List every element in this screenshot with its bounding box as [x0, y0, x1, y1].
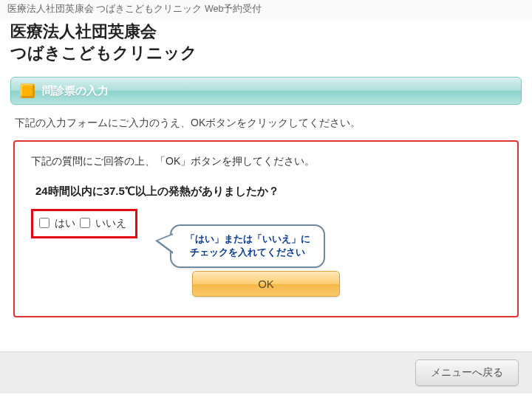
- hint-bubble: 「はい」または「いいえ」に チェックを入れてください: [170, 224, 325, 267]
- org-name: 医療法人社団英康会: [10, 21, 523, 43]
- hint-bubble-body: 「はい」または「いいえ」に チェックを入れてください: [170, 224, 325, 267]
- answer-no-text: いいえ: [95, 217, 126, 229]
- question-text: 24時間以内に37.5℃以上の発熱がありましたか？: [35, 185, 501, 199]
- ok-button[interactable]: OK: [192, 271, 340, 297]
- footer-bar: メニューへ戻る: [0, 351, 532, 393]
- back-to-menu-button[interactable]: メニューへ戻る: [415, 359, 519, 386]
- panel-instruction: 下記の質問にご回答の上、「OK」ボタンを押してください。: [31, 155, 501, 168]
- section-title-bar: 問診票の入力: [10, 77, 522, 105]
- answer-no-checkbox[interactable]: [80, 218, 90, 228]
- page-instruction: 下記の入力フォームにご入力のうえ、OKボタンをクリックしてください。: [0, 105, 532, 140]
- hint-line-1: 「はい」または「いいえ」に: [183, 233, 312, 246]
- clinic-name: つばきこどもクリニック: [10, 43, 523, 64]
- answer-yes-checkbox[interactable]: [39, 218, 50, 228]
- questionnaire-panel: 下記の質問にご回答の上、「OK」ボタンを押してください。 24時間以内に37.5…: [13, 140, 519, 317]
- answer-no-label[interactable]: いいえ: [80, 217, 126, 229]
- answer-yes-text: はい: [55, 217, 75, 229]
- page-header: 医療法人社団英康会 つばきこどもクリニック: [0, 20, 532, 72]
- section-title: 問診票の入力: [42, 84, 109, 98]
- breadcrumb: 医療法人社団英康会 つばきこどもクリニック Web予約受付: [0, 0, 532, 20]
- cube-icon: [20, 83, 35, 98]
- answer-highlight-box: はい いいえ: [31, 209, 137, 238]
- hint-line-2: チェックを入れてください: [183, 246, 312, 259]
- answer-yes-label[interactable]: はい: [39, 217, 78, 229]
